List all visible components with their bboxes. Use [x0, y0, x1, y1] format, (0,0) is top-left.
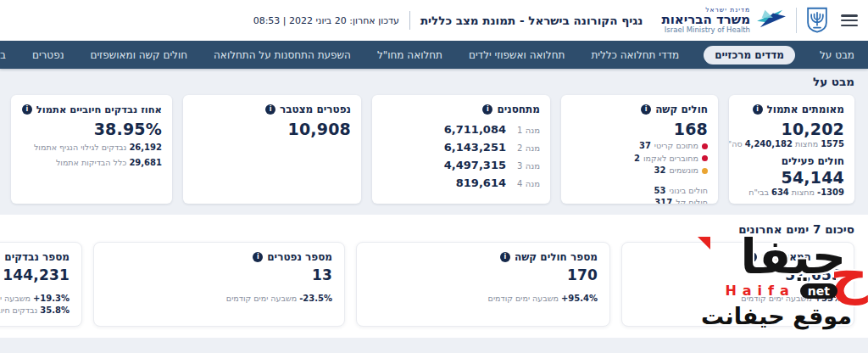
change-label: משבעה ימים קודמים	[741, 294, 811, 303]
severe-value: 168	[571, 120, 708, 138]
card-title: מתחסנים	[497, 104, 540, 115]
mild-row: חולים קל 317	[571, 197, 708, 204]
row-value: 2	[634, 153, 640, 165]
week-tested-change: +19.3% משבעה ימים קודמים	[0, 294, 70, 303]
active-change-label: מחצות	[792, 188, 815, 197]
overview-cards-row: מאומתים אתמול i 10,202 1575 מחצות 4,240,…	[11, 95, 854, 204]
severe-row-ventilated: מונשמים 32	[571, 165, 708, 177]
deaths-value: 10,908	[193, 120, 351, 138]
dose-value: 819,614	[456, 175, 506, 192]
info-icon[interactable]: i	[747, 252, 757, 262]
ministry-logo-icon[interactable]	[755, 5, 787, 36]
total-label: סה"כ	[729, 139, 743, 148]
tests-value: 26,192	[129, 143, 162, 152]
critical-dot-icon	[702, 143, 708, 149]
dose-label: מנה 3	[513, 158, 540, 175]
positive-percent-value: 38.95%	[21, 120, 162, 138]
ministry-logo-text[interactable]: מדינת ישראל משרד הבריאות Israel Ministry…	[661, 7, 750, 35]
card-title: נפטרים מצטבר	[280, 104, 351, 115]
verified-subline: 1575 מחצות 4,240,182 סה"כ	[739, 139, 844, 148]
ventilated-dot-icon	[702, 168, 708, 174]
tab-abroad-morbidity[interactable]: תחלואה מחו"ל	[376, 46, 444, 64]
row-value: 53	[654, 185, 665, 198]
week-severe-value: 170	[369, 266, 598, 283]
info-icon[interactable]: i	[253, 252, 263, 262]
verified-value: 10,202	[739, 120, 844, 138]
info-icon[interactable]: i	[22, 104, 32, 115]
row-label: חולים בינוני	[669, 185, 708, 198]
change-label: משבעה ימים קודמים	[0, 294, 31, 303]
extra-value: 35.8%	[40, 305, 70, 315]
week-summary-title: סיכום 7 ימים אחרונים	[0, 215, 868, 236]
card-title: חולים קשה	[655, 104, 708, 115]
row-label: מחוברים לאקמו	[643, 153, 698, 165]
midnight-label: מחצות	[795, 139, 818, 148]
dose-value: 6,711,084	[444, 121, 506, 138]
total-value: 4,240,182	[745, 139, 793, 148]
active-patients-value: 54,144	[739, 168, 844, 187]
tests-label: נבדקים לגילוי הנגיף אתמול	[34, 143, 126, 152]
dose-value: 6,143,251	[444, 139, 506, 156]
brand-divider	[796, 8, 797, 33]
last-update-text: עדכון אחרון: 20 ביוני 2022 | 08:53	[253, 15, 399, 26]
page-title: נגיף הקורונה בישראל - תמונת מצב כללית	[420, 14, 643, 27]
week-tested-positive: 35.8% נבדקים חיוביים	[0, 305, 70, 315]
extra-label: נבדקים חיוביים	[0, 305, 37, 315]
card-week-verified: מספר המאומתים i 51,653 +55% משבעה ימים ק…	[621, 242, 854, 327]
tab-overview[interactable]: מבט על	[818, 46, 856, 64]
dose-3-row: מנה 3 4,497,315	[382, 157, 540, 175]
card-verified-yesterday: מאומתים אתמול i 10,202 1575 מחצות 4,240,…	[729, 95, 854, 204]
hospital-value: 634	[771, 188, 789, 197]
card-week-tested: מספר נבדקים i 144,231 +19.3% משבעה ימים …	[0, 242, 82, 327]
card-title: מספר חולים קשה	[515, 251, 598, 263]
severe-row-critical: מתוכם קריטי 37	[571, 140, 708, 153]
tab-children-morbidity[interactable]: תחלואה ואשפוזי ילדים	[467, 46, 566, 64]
tab-deaths[interactable]: נפטרים	[31, 46, 66, 64]
card-week-deaths: מספר נפטרים i 13 -23.5% משבעה ימים קודמי…	[93, 242, 345, 327]
active-change-value: -1309	[817, 188, 844, 197]
card-title: מספר נפטרים	[267, 251, 332, 263]
dashboard-screen: מדינת ישראל משרד הבריאות Israel Ministry…	[0, 0, 868, 353]
hospital-label: בבי"ח	[748, 188, 769, 197]
dose-value: 4,497,315	[444, 157, 506, 174]
tab-key-indicators[interactable]: מדדים מרכזיים	[704, 46, 795, 64]
tab-severe-hospitalized[interactable]: חולים קשה ומאושפזים	[88, 46, 189, 64]
change-value: +19.3%	[33, 294, 70, 303]
info-icon[interactable]: i	[482, 104, 492, 115]
tab-general-morbidity[interactable]: מדדי תחלואה כללית	[589, 46, 681, 64]
tests-line: 26,192 נבדקים לגילוי הנגיף אתמול	[21, 142, 162, 154]
card-vaccinated: מתחסנים i מנה 1 6,711,084 מנה 2 6,143,25…	[372, 95, 550, 204]
week-cards-row: מספר המאומתים i 51,653 +55% משבעה ימים ק…	[0, 242, 854, 327]
row-value: 32	[654, 165, 666, 177]
change-label: משבעה ימים קודמים	[488, 294, 559, 303]
card-cumulative-deaths: נפטרים מצטבר i 10,908	[183, 95, 361, 204]
change-label: משבעה ימים קודמים	[226, 294, 297, 303]
main-navigation: מבט על מדדים מרכזיים מדדי תחלואה כללית ת…	[0, 41, 868, 69]
week-verified-change: +55% משבעה ימים קודמים	[634, 294, 842, 303]
info-icon[interactable]: i	[641, 104, 651, 115]
active-subline: -1309 מחצות 634 בבי"ח	[739, 188, 844, 197]
tab-tests[interactable]: בדיקות	[0, 46, 8, 64]
all-tests-line: 29,681 כלל הבדיקות אתמול	[21, 157, 162, 169]
overview-section-title: מבט על	[813, 75, 854, 88]
info-icon[interactable]: i	[753, 104, 763, 115]
hamburger-menu-icon[interactable]	[841, 14, 858, 26]
active-patients-title: חולים פעילים	[739, 155, 844, 167]
dose-2-row: מנה 2 6,143,251	[382, 139, 540, 157]
card-week-severe: מספר חולים קשה i 170 +95.4% משבעה ימים ק…	[356, 242, 610, 327]
week-verified-value: 51,653	[634, 266, 842, 283]
info-icon[interactable]: i	[265, 104, 275, 115]
tab-vaccination-effect[interactable]: השפעת התחסנות על התחלואה	[212, 46, 353, 64]
title-divider	[409, 11, 410, 30]
all-tests-value: 29,681	[129, 158, 162, 167]
ministry-name: משרד הבריאות	[661, 14, 750, 27]
info-icon[interactable]: i	[500, 252, 510, 262]
week-severe-change: +95.4% משבעה ימים קודמים	[369, 294, 598, 303]
dose-label: מנה 2	[513, 140, 540, 157]
change-value: +55%	[815, 294, 842, 303]
change-value: +95.4%	[561, 294, 598, 303]
row-label: מונשמים	[670, 165, 698, 177]
row-label: חולים קל	[676, 197, 708, 204]
dose-label: מנה 1	[513, 122, 540, 139]
state-emblem-icon	[805, 7, 829, 34]
